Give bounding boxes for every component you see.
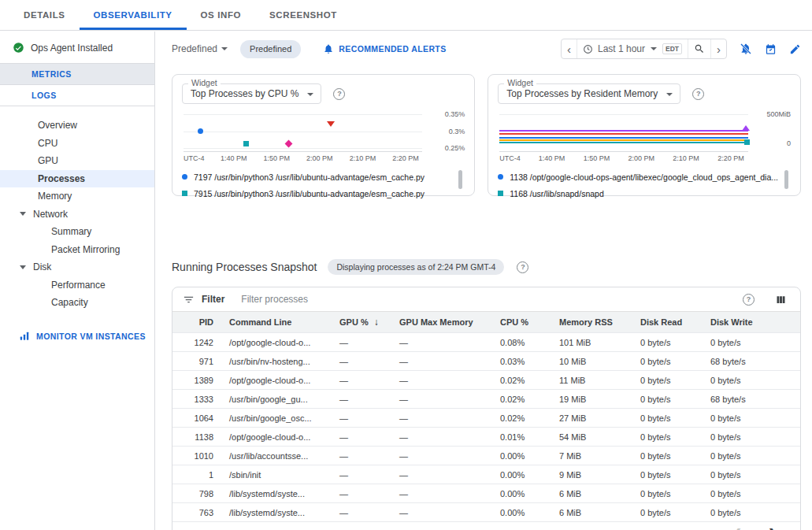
process-table-body: 1242/opt/google-cloud-o...——0.08%101 MiB… (172, 333, 800, 522)
sidebar-item-overview[interactable]: Overview (0, 117, 154, 135)
table-row[interactable]: 1010/usr/lib/accountsse...——0.00%7 MiB0 … (172, 447, 800, 465)
table-cell: — (391, 371, 492, 390)
sidebar-item-packet-mirroring[interactable]: Packet Mirroring (0, 241, 154, 259)
table-row[interactable]: 971/usr/bin/nv-hosteng...——0.03%10 MiB0 … (172, 352, 800, 371)
legend-scrollbar[interactable] (784, 170, 788, 189)
chevron-down-icon (666, 93, 673, 96)
col-header-gpu[interactable]: GPU %↓ (332, 312, 391, 333)
legend-item[interactable]: 7197 /usr/bin/python3 /usr/lib/ubuntu-ad… (182, 169, 452, 185)
table-filter-bar: Filter ? (172, 287, 800, 312)
col-header-command-line[interactable]: Command Line (221, 312, 332, 333)
table-cell: — (391, 484, 492, 503)
y-tick: 0.25% (425, 145, 465, 152)
tab-observability[interactable]: OBSERVABILITY (80, 0, 187, 30)
sidebar-item-gpu[interactable]: GPU (0, 152, 154, 170)
x-tick: UTC-4 (184, 154, 205, 162)
monitor-vm-instances-link[interactable]: MONITOR VM INSTANCES (0, 331, 154, 342)
metrics-button[interactable]: METRICS (0, 64, 154, 85)
sidebar-item-performance[interactable]: Performance (0, 276, 154, 295)
col-header-gpu-label: GPU % (339, 317, 369, 327)
sidebar-item-processes[interactable]: Processes (0, 170, 154, 188)
sidebar-item-summary[interactable]: Summary (0, 223, 154, 241)
tab-os-info[interactable]: OS INFO (187, 0, 255, 30)
help-icon[interactable]: ? (743, 294, 755, 306)
filter-processes-input[interactable] (239, 293, 736, 306)
col-header-disk-write[interactable]: Disk Write (703, 312, 800, 333)
table-cell: — (332, 333, 391, 352)
widget-metric-select[interactable]: Widget Top Processes by Resident Memory (498, 83, 680, 104)
column-settings-icon[interactable] (775, 294, 787, 306)
table-cell: /sbin/init (221, 465, 332, 484)
recommended-alerts-label: RECOMMENDED ALERTS (339, 44, 446, 54)
table-cell: 68 byte/s (703, 352, 800, 371)
table-cell: /lib/systemd/syste... (221, 484, 332, 503)
predefined-dropdown-label: Predefined (172, 43, 217, 54)
x-tick: 1:40 PM (221, 154, 247, 162)
memory-chart-legend: 1138 /opt/google-cloud-ops-agent/libexec… (498, 169, 791, 202)
help-icon[interactable]: ? (333, 88, 345, 100)
table-cell: 1064 (172, 409, 221, 428)
table-cell: 1389 (172, 371, 221, 390)
table-row[interactable]: 1242/opt/google-cloud-o...——0.08%101 MiB… (172, 333, 800, 352)
table-cell: 0.03% (492, 352, 551, 371)
col-header-memory-rss[interactable]: Memory RSS (551, 312, 632, 333)
legend-label: 7915 /usr/bin/python3 /usr/lib/ubuntu-ad… (194, 189, 425, 198)
observability-toolbar: Predefined Predefined RECOMMENDED ALERTS… (172, 38, 801, 60)
alerts-off-button[interactable] (740, 43, 752, 55)
logs-button[interactable]: LOGS (0, 85, 154, 106)
help-icon[interactable]: ? (517, 261, 528, 273)
sidebar-item-capacity[interactable]: Capacity (0, 294, 154, 312)
filter-icon (183, 294, 195, 306)
help-icon[interactable]: ? (692, 88, 704, 100)
legend-scrollbar[interactable] (458, 170, 462, 189)
calendar-button[interactable] (765, 43, 777, 55)
sidebar-item-network[interactable]: Network (0, 206, 154, 224)
sidebar-item-cpu[interactable]: CPU (0, 135, 154, 153)
legend-marker-teal (182, 191, 187, 196)
col-header-pid[interactable]: PID (172, 312, 221, 333)
table-row[interactable]: 763/lib/systemd/syste...——0.00%6 MiB0 by… (172, 503, 800, 522)
table-cell: — (332, 409, 391, 428)
table-cell: 0 byte/s (632, 465, 703, 484)
table-cell: — (391, 409, 492, 428)
table-row[interactable]: 1/sbin/init——0.00%9 MiB0 byte/s0 byte/s (172, 465, 800, 484)
col-header-gpu-max-memory[interactable]: GPU Max Memory (391, 312, 492, 333)
table-cell: — (332, 352, 391, 371)
x-tick: 2:20 PM (392, 154, 419, 162)
recommended-alerts-button[interactable]: RECOMMENDED ALERTS (323, 43, 446, 54)
table-cell: 0 byte/s (632, 484, 703, 503)
table-row[interactable]: 1389/opt/google-cloud-o...——0.02%11 MiB0… (172, 371, 800, 390)
col-header-disk-read[interactable]: Disk Read (632, 312, 703, 333)
chevron-down-icon (307, 93, 313, 96)
time-search-button[interactable] (688, 39, 710, 58)
widget-metric-select[interactable]: Widget Top Processes by CPU % (182, 83, 321, 104)
tab-screenshot[interactable]: SCREENSHOT (255, 0, 351, 30)
tab-details[interactable]: DETAILS (9, 0, 80, 30)
table-cell: 1 (172, 465, 221, 484)
predefined-chip[interactable]: Predefined (240, 40, 301, 58)
time-back-button[interactable]: ‹ (562, 39, 577, 58)
legend-item[interactable]: 1138 /opt/google-cloud-ops-agent/libexec… (498, 169, 778, 185)
table-header-row: PID Command Line GPU %↓ GPU Max Memory C… (172, 312, 800, 333)
sidebar-item-disk[interactable]: Disk (0, 258, 154, 276)
time-range-box: ‹ Last 1 hour EDT › (561, 39, 727, 59)
col-header-cpu[interactable]: CPU % (492, 312, 551, 333)
table-row[interactable]: 798/lib/systemd/syste...——0.00%6 MiB0 by… (172, 484, 800, 503)
chevron-down-icon (20, 212, 26, 216)
time-range-selector[interactable]: Last 1 hour EDT (577, 39, 688, 58)
table-cell: 0 byte/s (703, 465, 800, 484)
table-cell: — (332, 503, 391, 522)
table-row[interactable]: 1333/usr/bin/google_gu...——0.02%19 MiB0 … (172, 390, 800, 409)
edit-dashboard-button[interactable] (789, 43, 801, 55)
cpu-chart-legend: 7197 /usr/bin/python3 /usr/lib/ubuntu-ad… (182, 169, 465, 202)
sidebar: Ops Agent Installed METRICS LOGS Overvie… (0, 32, 155, 530)
predefined-dropdown[interactable]: Predefined (172, 43, 228, 54)
sidebar-item-memory[interactable]: Memory (0, 187, 154, 206)
table-row[interactable]: 1064/usr/bin/google_osc...——0.02%27 MiB0… (172, 409, 800, 428)
legend-item[interactable]: 1168 /usr/lib/snapd/snapd (498, 185, 778, 202)
time-forward-button[interactable]: › (710, 39, 726, 58)
time-range-label: Last 1 hour (598, 43, 645, 54)
table-cell: 0 byte/s (632, 352, 703, 371)
legend-item[interactable]: 7915 /usr/bin/python3 /usr/lib/ubuntu-ad… (182, 185, 452, 202)
table-row[interactable]: 1138/opt/google-cloud-o...——0.01%54 MiB0… (172, 428, 800, 447)
